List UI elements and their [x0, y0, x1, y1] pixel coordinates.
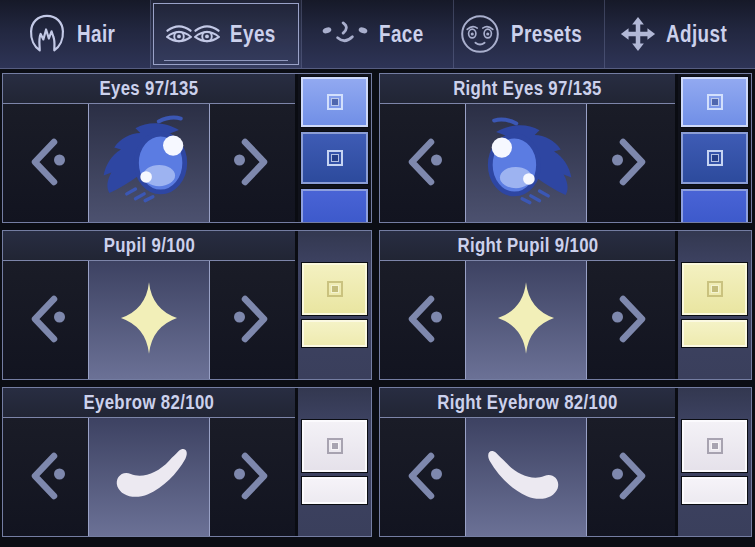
- right-pupil-preview: [465, 261, 587, 379]
- pupil-next-button[interactable]: [210, 261, 295, 379]
- tab-adjust[interactable]: Adjust: [604, 0, 755, 68]
- right-eyes-color-swatch-2[interactable]: [680, 131, 749, 185]
- panel-right-eyebrow-title: Right Eyebrow 82/100: [437, 391, 617, 414]
- tab-face[interactable]: Face: [301, 0, 452, 68]
- selected-indicator-icon: [707, 94, 723, 110]
- right-eyes-next-button[interactable]: [587, 104, 675, 222]
- panel-right-pupil-title: Right Pupil 9/100: [457, 234, 598, 257]
- panel-pupil: Pupil 9/100: [2, 230, 372, 380]
- tab-adjust-label: Adjust: [666, 21, 727, 48]
- tab-eyes-label: Eyes: [230, 21, 276, 48]
- right-eyes-preview: [465, 104, 587, 222]
- eyes-swatch-column: [295, 74, 371, 222]
- eyes-preview: [88, 104, 210, 222]
- eyebrow-swatch-column: [295, 388, 371, 536]
- right-eyebrow-swatch-column: [675, 388, 751, 536]
- panel-right-eyes: Right Eyes 97/135: [379, 73, 752, 223]
- star-pupil-image: [120, 281, 178, 359]
- eyes-prev-button[interactable]: [3, 104, 88, 222]
- eyebrow-next-button[interactable]: [210, 418, 295, 536]
- panel-right-eyes-header: Right Eyes 97/135: [380, 74, 675, 104]
- right-eyebrow-image: [480, 446, 572, 508]
- chevron-left-icon: [23, 449, 69, 506]
- panel-right-pupil: Right Pupil 9/100: [379, 230, 752, 380]
- face-icon: [321, 21, 369, 47]
- panel-eyebrow: Eyebrow 82/100: [2, 387, 372, 537]
- presets-icon: [459, 13, 501, 55]
- tab-presets[interactable]: Presets: [453, 0, 604, 68]
- selected-indicator-icon: [327, 438, 343, 454]
- chevron-right-icon: [230, 135, 276, 192]
- right-eyebrow-next-button[interactable]: [587, 418, 675, 536]
- selected-indicator-icon: [327, 150, 343, 166]
- right-eyebrow-color-swatch-2[interactable]: [681, 476, 748, 505]
- chevron-right-icon: [608, 135, 654, 192]
- pupil-color-swatch-1[interactable]: [301, 262, 368, 316]
- left-eye-image: [91, 105, 207, 222]
- right-eyes-prev-button[interactable]: [380, 104, 465, 222]
- chevron-left-icon: [23, 135, 69, 192]
- eyes-color-swatch-2[interactable]: [300, 131, 369, 185]
- eyebrow-preview: [88, 418, 210, 536]
- panel-right-eyebrow-header: Right Eyebrow 82/100: [380, 388, 675, 418]
- chevron-right-icon: [230, 292, 276, 349]
- pupil-prev-button[interactable]: [3, 261, 88, 379]
- right-eyes-swatch-column: [675, 74, 751, 222]
- chevron-left-icon: [23, 292, 69, 349]
- chevron-left-icon: [400, 449, 446, 506]
- panel-eyes: Eyes 97/135: [2, 73, 372, 223]
- right-pupil-prev-button[interactable]: [380, 261, 465, 379]
- left-eyebrow-image: [103, 444, 195, 510]
- eyes-icon: [166, 23, 220, 46]
- panel-right-eyebrow: Right Eyebrow 82/100: [379, 387, 752, 537]
- panel-eyes-header: Eyes 97/135: [3, 74, 295, 104]
- customization-panels: Eyes 97/135 Right Eyes 97/: [2, 73, 752, 537]
- selected-indicator-icon: [327, 281, 343, 297]
- right-pupil-swatch-column: [675, 231, 751, 379]
- right-eyes-color-swatch-3[interactable]: [680, 188, 749, 222]
- tab-presets-label: Presets: [511, 21, 582, 48]
- panel-right-pupil-header: Right Pupil 9/100: [380, 231, 675, 261]
- panel-eyes-title: Eyes 97/135: [100, 77, 199, 100]
- selected-indicator-icon: [327, 94, 343, 110]
- category-tab-bar: Hair Eyes Face Presets Adjust: [0, 0, 755, 69]
- chevron-left-icon: [400, 135, 446, 192]
- panel-pupil-title: Pupil 9/100: [103, 234, 194, 257]
- chevron-right-icon: [230, 449, 276, 506]
- panel-eyebrow-header: Eyebrow 82/100: [3, 388, 295, 418]
- eyebrow-color-swatch-1[interactable]: [301, 419, 368, 473]
- adjust-icon: [620, 16, 656, 52]
- pupil-color-swatch-2[interactable]: [301, 319, 368, 348]
- tab-hair-label: Hair: [77, 21, 115, 48]
- right-pupil-color-swatch-1[interactable]: [681, 262, 748, 316]
- right-eyebrow-color-swatch-1[interactable]: [681, 419, 748, 473]
- right-eyes-color-swatch-1[interactable]: [680, 76, 749, 128]
- selected-indicator-icon: [707, 281, 723, 297]
- eyes-color-swatch-1[interactable]: [300, 76, 369, 128]
- eyebrow-color-swatch-2[interactable]: [301, 476, 368, 505]
- chevron-left-icon: [400, 292, 446, 349]
- panel-eyebrow-title: Eyebrow 82/100: [84, 391, 215, 414]
- chevron-right-icon: [608, 292, 654, 349]
- star-pupil-image: [497, 281, 555, 359]
- right-eyebrow-prev-button[interactable]: [380, 418, 465, 536]
- pupil-swatch-column: [295, 231, 371, 379]
- panel-right-eyes-title: Right Eyes 97/135: [453, 77, 602, 100]
- chevron-right-icon: [608, 449, 654, 506]
- eyes-color-swatch-3[interactable]: [300, 188, 369, 222]
- pupil-preview: [88, 261, 210, 379]
- right-pupil-next-button[interactable]: [587, 261, 675, 379]
- eyes-next-button[interactable]: [210, 104, 295, 222]
- right-eye-image: [468, 107, 584, 220]
- tab-face-label: Face: [379, 21, 424, 48]
- tab-hair[interactable]: Hair: [0, 0, 150, 68]
- hair-icon: [27, 13, 67, 55]
- eyebrow-prev-button[interactable]: [3, 418, 88, 536]
- panel-pupil-header: Pupil 9/100: [3, 231, 295, 261]
- selected-indicator-icon: [707, 438, 723, 454]
- selected-indicator-icon: [707, 150, 723, 166]
- tab-eyes[interactable]: Eyes: [150, 0, 301, 68]
- right-eyebrow-preview: [465, 418, 587, 536]
- right-pupil-color-swatch-2[interactable]: [681, 319, 748, 348]
